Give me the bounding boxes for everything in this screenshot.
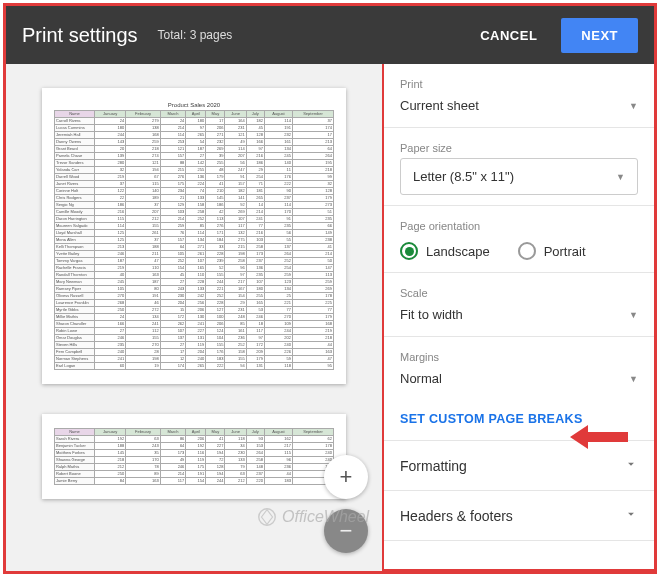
scale-dropdown[interactable]: Fit to width ▼ xyxy=(400,303,638,326)
print-dropdown[interactable]: Current sheet ▼ xyxy=(400,94,638,117)
page-count: Total: 3 pages xyxy=(158,28,233,42)
formatting-expander[interactable]: Formatting xyxy=(384,441,654,491)
orientation-label: Page orientation xyxy=(400,220,638,232)
margins-value: Normal xyxy=(400,371,442,386)
print-value: Current sheet xyxy=(400,98,479,113)
formatting-label: Formatting xyxy=(400,458,467,474)
dropdown-arrow-icon: ▼ xyxy=(629,310,638,320)
dropdown-arrow-icon: ▼ xyxy=(616,172,625,182)
headers-footers-expander[interactable]: Headers & footers xyxy=(384,491,654,541)
next-button[interactable]: NEXT xyxy=(561,18,638,53)
portrait-label: Portrait xyxy=(544,244,586,259)
chevron-down-icon xyxy=(624,457,638,474)
scale-label: Scale xyxy=(400,287,638,299)
scale-value: Fit to width xyxy=(400,307,463,322)
zoom-in-button[interactable]: + xyxy=(324,455,368,499)
margins-dropdown[interactable]: Normal ▼ xyxy=(400,367,638,390)
preview-table: NameJanuaryFebruaryMarchAprilMayJuneJuly… xyxy=(54,110,334,370)
preview-table: NameJanuaryFebruaryMarchAprilMayJuneJuly… xyxy=(54,428,334,485)
print-preview-pane: Product Sales 2020 NameJanuaryFebruaryMa… xyxy=(6,64,382,571)
margins-label: Margins xyxy=(400,351,638,363)
chevron-down-icon xyxy=(624,507,638,524)
dropdown-arrow-icon: ▼ xyxy=(629,101,638,111)
sheet-title: Product Sales 2020 xyxy=(54,102,334,110)
zoom-out-button[interactable]: − xyxy=(324,509,368,553)
orientation-portrait-radio[interactable]: Portrait xyxy=(518,242,586,260)
paper-size-dropdown[interactable]: Letter (8.5" x 11") ▼ xyxy=(400,158,638,195)
headers-footers-label: Headers & footers xyxy=(400,508,513,524)
header-bar: Print settings Total: 3 pages CANCEL NEX… xyxy=(6,6,654,64)
paper-size-value: Letter (8.5" x 11") xyxy=(413,169,514,184)
preview-page-1: Product Sales 2020 NameJanuaryFebruaryMa… xyxy=(42,88,346,384)
set-custom-page-breaks-link[interactable]: SET CUSTOM PAGE BREAKS xyxy=(384,400,654,441)
dropdown-arrow-icon: ▼ xyxy=(629,374,638,384)
radio-checked-icon xyxy=(400,242,418,260)
paper-size-label: Paper size xyxy=(400,142,638,154)
orientation-landscape-radio[interactable]: Landscape xyxy=(400,242,490,260)
landscape-label: Landscape xyxy=(426,244,490,259)
preview-page-2: NameJanuaryFebruaryMarchAprilMayJuneJuly… xyxy=(42,414,346,499)
cancel-button[interactable]: CANCEL xyxy=(466,20,551,51)
radio-unchecked-icon xyxy=(518,242,536,260)
page-title: Print settings xyxy=(22,24,138,47)
settings-sidebar: Print Current sheet ▼ Paper size Letter … xyxy=(382,64,654,571)
print-label: Print xyxy=(400,78,638,90)
